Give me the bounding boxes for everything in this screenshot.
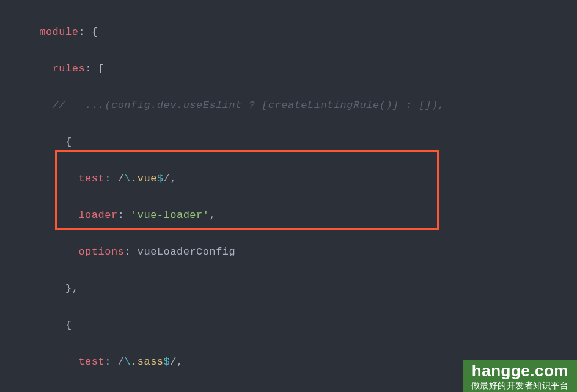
code-line: module: { (0, 23, 577, 42)
code-line: loader: 'vue-loader', (0, 206, 577, 225)
code-line: }, (0, 280, 577, 298)
code-line: // ...(config.dev.useEslint ? [createLin… (0, 96, 577, 115)
code-line: test: /\.vue$/, (0, 170, 577, 188)
watermark-site: hangge.com (471, 362, 569, 380)
code-line: { (0, 316, 577, 335)
code-line: { (0, 133, 577, 151)
code-block: module: { rules: [ // ...(config.dev.use… (0, 5, 577, 392)
watermark: hangge.com 做最好的开发者知识平台 (463, 360, 578, 392)
code-line: options: vueLoaderConfig (0, 243, 577, 261)
watermark-tagline: 做最好的开发者知识平台 (471, 380, 569, 390)
code-line: rules: [ (0, 60, 577, 78)
